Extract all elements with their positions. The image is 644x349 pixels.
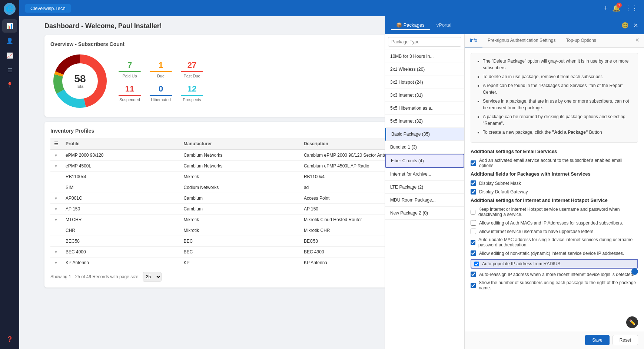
donut-chart: 58 Total <box>50 51 110 111</box>
packages-panel: 📦 Packages vPortal 😊 ✕ 10MB for 3 Hours … <box>385 16 644 349</box>
apps-button[interactable]: ⋮⋮ <box>625 4 638 12</box>
notifications-button[interactable]: 🔔 1 <box>612 4 620 12</box>
tab-packages[interactable]: 📦 Packages <box>391 21 430 30</box>
package-item[interactable]: 5x5 Hibernation as a... <box>385 102 464 115</box>
sidebar-item-reports[interactable]: 📈 <box>2 49 17 62</box>
stat-value-paid-up: 7 <box>119 60 141 70</box>
stat-value-prospects: 12 <box>181 84 203 94</box>
sidebar-item-map[interactable]: 📍 <box>2 79 17 92</box>
stat-value-suspended: 11 <box>119 84 141 94</box>
checkbox-hotspot-5-input[interactable] <box>471 250 476 256</box>
checkbox-subnet-input[interactable] <box>471 180 476 186</box>
row-expand[interactable]: ▼ <box>50 247 62 257</box>
stat-paid-up: 7 Paid Up <box>119 60 141 78</box>
package-item[interactable]: Bundled 1 (3) <box>385 141 464 154</box>
detail-tab-auth[interactable]: Pre-signup Authentication Settings <box>482 34 561 47</box>
info-box: The "Delete Package" option will gray-ou… <box>471 53 638 143</box>
sidebar-item-subscribers[interactable]: 👤 <box>2 34 17 47</box>
package-item[interactable]: 3x3 Internet (31) <box>385 89 464 102</box>
row-expand[interactable]: ▼ <box>50 257 62 268</box>
stat-prospects: 12 Prospects <box>181 84 203 102</box>
package-item[interactable]: Basic Package (35) <box>385 128 464 141</box>
sidebar-item-menu[interactable]: ☰ <box>2 64 17 77</box>
expand-chevron[interactable]: ▼ <box>54 207 58 211</box>
row-manufacturer: Mikrotik <box>180 172 300 182</box>
detail-content: The "Delete Package" option will gray-ou… <box>465 48 644 331</box>
expand-chevron[interactable]: ▼ <box>54 218 58 222</box>
checkbox-hotspot-4-label: Auto-update MAC address for single-devic… <box>478 237 638 247</box>
package-item[interactable]: New Package 2 (0) <box>385 207 464 220</box>
checkbox-gateway-input[interactable] <box>471 189 476 195</box>
checkbox-hotspot-8-label: Show the number of subscribers using eac… <box>479 280 638 290</box>
sidebar-item-dashboard[interactable]: 📊 <box>2 19 17 33</box>
package-item[interactable]: 3x2 Hotspot (24) <box>385 76 464 89</box>
row-expand[interactable]: ▼ <box>50 150 62 161</box>
row-profile: ePMP 4500L <box>62 161 180 172</box>
package-item[interactable]: LTE Package (2) <box>385 181 464 194</box>
expand-chevron[interactable]: ▼ <box>54 250 58 254</box>
sidebar: 🌐 📊 👤 📈 ☰ 📍 ❓ <box>0 0 19 349</box>
expand-chevron[interactable]: ▼ <box>54 196 58 200</box>
info-bullet-4: Services in a package, that are in use b… <box>483 98 632 111</box>
checkbox-hotspot-4: Auto-update MAC address for single-devic… <box>471 237 638 247</box>
checkbox-email: Add an activated email service account t… <box>471 158 638 168</box>
package-item[interactable]: Fiber Circuits (4) <box>385 154 464 168</box>
expand-chevron[interactable]: ▼ <box>54 261 58 265</box>
checkbox-hotspot-3: Allow internet service username to have … <box>471 229 638 234</box>
topbar: Cleverwisp.Tech + 🔔 1 ⋮⋮ <box>19 0 644 16</box>
tab-vportal[interactable]: vPortal <box>431 21 457 30</box>
package-item[interactable]: 2x1 Wireless (20) <box>385 63 464 76</box>
checkbox-radius-input[interactable] <box>474 262 479 266</box>
app-title: Cleverwisp.Tech <box>25 4 71 13</box>
checkbox-subnet: Display Subnet Mask <box>471 180 638 186</box>
reset-button[interactable]: Reset <box>613 335 638 345</box>
save-button[interactable]: Save <box>585 335 609 345</box>
checkbox-hotspot-8-input[interactable] <box>471 283 476 288</box>
row-manufacturer: BEC <box>180 247 300 257</box>
detail-tab-info[interactable]: Info <box>465 34 482 47</box>
checkbox-hotspot-7-input[interactable] <box>471 272 476 277</box>
section-internet-title: Additional fields for Packages with Inte… <box>471 171 638 177</box>
row-expand[interactable]: ▼ <box>50 215 62 225</box>
pencil-edit-button[interactable]: ✏️ <box>626 316 638 328</box>
checkbox-hotspot-4-input[interactable] <box>471 240 475 245</box>
checkbox-hotspot-1-input[interactable] <box>471 209 475 215</box>
detail-tab-topup[interactable]: Top-up Options <box>561 34 601 47</box>
package-list: 10MB for 3 Hours In...2x1 Wireless (20)3… <box>385 34 465 349</box>
checkbox-hotspot-5: Allow editing of non-static (dynamic) in… <box>471 250 638 256</box>
row-profile: ePMP 2000 90/120 <box>62 150 180 161</box>
panel-close-button[interactable]: ✕ <box>633 22 638 29</box>
package-item[interactable]: MDU Room Package... <box>385 194 464 207</box>
row-expand[interactable]: ▼ <box>50 161 62 172</box>
row-expand[interactable]: ▼ <box>50 204 62 215</box>
row-manufacturer: Cambium Networks <box>180 161 300 172</box>
package-item[interactable]: 5x5 Internet (32) <box>385 115 464 128</box>
row-manufacturer: Mikrotik <box>180 215 300 225</box>
stat-label-paid-up: Paid Up <box>119 74 141 78</box>
stat-label-due: Due <box>150 74 172 78</box>
package-item[interactable]: Internet for Archive... <box>385 168 464 181</box>
row-expand[interactable]: ▼ <box>50 193 62 204</box>
checkbox-email-input[interactable] <box>471 160 476 166</box>
checkbox-hotspot-3-input[interactable] <box>471 229 476 234</box>
page-size-select[interactable]: 25 50 100 <box>143 272 162 282</box>
checkbox-hotspot-3-label: Allow internet service username to have … <box>479 229 595 234</box>
row-expand <box>50 182 62 193</box>
checkbox-hotspot-2-input[interactable] <box>471 220 476 226</box>
expand-chevron[interactable]: ▼ <box>54 164 58 168</box>
row-profile: MTCHR <box>62 215 180 225</box>
row-profile: KP Antenna <box>62 257 180 268</box>
section-email-title: Additional settings for Email Services <box>471 149 638 154</box>
app-logo: 🌐 <box>4 3 16 15</box>
package-item[interactable]: 10MB for 3 Hours In... <box>385 50 464 63</box>
checkbox-gateway: Display Default Gateway <box>471 189 638 195</box>
add-button[interactable]: + <box>604 4 608 12</box>
checkbox-hotspot-7-label: Auto-reassign IP address when a more rec… <box>479 272 634 277</box>
package-search-input[interactable] <box>388 37 461 47</box>
expand-chevron[interactable]: ▼ <box>54 153 58 157</box>
detail-close-button[interactable]: ✕ <box>631 34 644 47</box>
panel-smiley-icon[interactable]: 😊 <box>621 22 629 29</box>
stats-grid: 7 Paid Up 1 Due 27 Past Due 11 S <box>119 60 203 102</box>
sidebar-item-help[interactable]: ❓ <box>2 333 17 346</box>
row-profile: AP001C <box>62 193 180 204</box>
